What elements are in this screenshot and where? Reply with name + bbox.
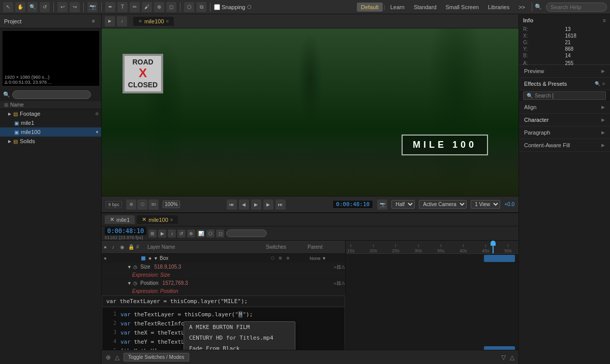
- timeline-tab-mile1[interactable]: ✕ mile1: [105, 215, 135, 224]
- comp-timecode[interactable]: 0:00:48:10: [332, 200, 373, 209]
- go-end-icon[interactable]: ⏭: [276, 200, 286, 210]
- panel-character[interactable]: Character ▶: [519, 114, 610, 126]
- bpc-display: 8 bpc: [106, 201, 122, 208]
- search-help-input[interactable]: [546, 3, 607, 12]
- track-expr-4: [346, 327, 518, 336]
- comp-tab-mile100[interactable]: ✕ mile100 ≡: [133, 17, 174, 26]
- play-icon[interactable]: ▶: [251, 200, 261, 210]
- bottom-collapse-icon[interactable]: ▽: [501, 354, 506, 361]
- workspace-learn[interactable]: Learn: [386, 3, 409, 12]
- zoom-select[interactable]: 100%: [163, 201, 180, 208]
- bottom-add-layer-icon[interactable]: ⊕: [106, 354, 111, 361]
- dupe-tool[interactable]: ⧉: [196, 2, 206, 12]
- project-item-mile1[interactable]: ▣ mile1: [0, 118, 101, 127]
- expr-linenum-2: 2: [106, 320, 116, 326]
- comp-ctrl-3d-icon[interactable]: 3D: [148, 200, 159, 210]
- layer-row-box[interactable]: ● ★ ▼ Box ⬡ ⊞ ⊕ Non: [102, 254, 345, 263]
- snapping-checkbox[interactable]: [214, 4, 220, 10]
- workspace-standard[interactable]: Standard: [410, 3, 441, 12]
- ac-item-mike-burton[interactable]: A MIKE BURTON FILM: [184, 322, 295, 333]
- comp-ctrl-reset-icon[interactable]: ⊞: [126, 200, 136, 210]
- footage-options-icon[interactable]: ⊕: [95, 111, 99, 116]
- arrow-tool[interactable]: ↖: [3, 2, 13, 12]
- tl-search-input[interactable]: [226, 229, 267, 237]
- layer-box-expand[interactable]: ▼: [154, 256, 159, 261]
- quality-select[interactable]: Half: [391, 200, 415, 209]
- panel-effects-presets[interactable]: Effects & Presets 🔍 ≡: [519, 78, 610, 90]
- view-count-select[interactable]: 1 View: [471, 200, 500, 209]
- road-sign-x-icon: X: [127, 66, 159, 81]
- layer-box-sw2[interactable]: ⊞: [277, 255, 284, 262]
- tl-tab-mile100-menu[interactable]: ≡: [170, 217, 173, 222]
- ac-item-fade[interactable]: Fade From Black: [184, 343, 295, 350]
- brush-tool[interactable]: 🖌: [142, 2, 152, 12]
- tl-mask-icon[interactable]: ◻: [216, 229, 224, 238]
- tl-graph-icon[interactable]: 📊: [197, 229, 205, 238]
- tl-tab-mile1-close[interactable]: ✕: [110, 216, 114, 223]
- tl-preview-icon[interactable]: ▶: [158, 229, 166, 238]
- comp-preview-icon[interactable]: ▶: [105, 16, 115, 26]
- redo-tool[interactable]: ↪: [70, 2, 80, 12]
- pen-tool[interactable]: ✒: [105, 2, 115, 12]
- snapshot-icon[interactable]: 📷: [377, 200, 387, 210]
- pos-link-icon[interactable]: ⛓: [337, 281, 341, 286]
- layer-box-sw3[interactable]: ⊕: [284, 255, 291, 262]
- toggle-switches-button[interactable]: Toggle Switches / Modes: [124, 353, 189, 361]
- rotate-tool[interactable]: ↺: [40, 2, 50, 12]
- hand-tool[interactable]: ✋: [15, 2, 25, 12]
- eraser-tool[interactable]: ◻: [166, 2, 176, 12]
- bottom-expand-icon[interactable]: △: [115, 354, 119, 361]
- prev-frame-icon[interactable]: ◀: [239, 200, 249, 210]
- size-link-icon[interactable]: ⛓: [337, 264, 341, 270]
- project-item-mile100[interactable]: ▣ mile100 ▼: [0, 127, 101, 137]
- tl-tracks[interactable]: [346, 254, 518, 350]
- info-menu-icon[interactable]: ≡: [603, 17, 606, 23]
- project-search-input[interactable]: [12, 90, 91, 99]
- zoom-tool[interactable]: 🔍: [27, 2, 38, 12]
- tl-motion-icon[interactable]: ⬡: [206, 229, 215, 238]
- layer-box-vis[interactable]: ●: [102, 255, 109, 261]
- camera-view-select[interactable]: Active Camera: [419, 200, 467, 209]
- layer-box-sw1[interactable]: ⬡: [269, 255, 276, 262]
- text-tool[interactable]: T: [117, 2, 128, 12]
- workspace-small-screen[interactable]: Small Screen: [442, 3, 483, 12]
- timeline-tab-mile100[interactable]: ✕ mile100 ≡: [137, 215, 178, 224]
- comp-viewer[interactable]: ROAD X CLOSED MILE 100: [102, 28, 518, 196]
- ac-item-century[interactable]: CENTURY HD for Titles.mp4: [184, 333, 295, 343]
- tl-loop-icon[interactable]: ↺: [177, 229, 186, 238]
- panel-paragraph[interactable]: Paragraph ▶: [519, 126, 610, 139]
- tl-render-icon[interactable]: ⊞: [148, 229, 157, 238]
- tl-audio-icon[interactable]: ♪: [168, 229, 176, 238]
- layer-box-parent[interactable]: None ▼: [310, 256, 345, 261]
- project-menu-icon[interactable]: ≡: [90, 18, 97, 25]
- panel-align[interactable]: Align ▶: [519, 101, 610, 114]
- project-item-footage[interactable]: ▶ ▤ Footage ⊕: [0, 109, 101, 118]
- comp-ctrl-fit-icon[interactable]: ⬡: [137, 200, 147, 210]
- comp-audio-icon[interactable]: ♪: [117, 16, 127, 26]
- expr-content[interactable]: 1 var theTextLayer = thisComp.layer("M")…: [102, 307, 345, 350]
- tl-draft-icon[interactable]: ⊕: [187, 229, 195, 238]
- pencil-tool[interactable]: ✏: [130, 2, 140, 12]
- panel-preview[interactable]: Preview ▶: [519, 65, 610, 78]
- tl-tab-mile100-close[interactable]: ✕: [142, 216, 146, 223]
- go-start-icon[interactable]: ⏮: [227, 200, 237, 210]
- comp-tab-close-icon[interactable]: ✕: [138, 19, 142, 24]
- project-item-solids[interactable]: ▶ ▤ Solids: [0, 137, 101, 146]
- panel-effects-menu[interactable]: ≡: [602, 81, 605, 86]
- workspace-default[interactable]: Default: [357, 3, 383, 12]
- panel-content-aware[interactable]: Content-Aware Fill ▶: [519, 139, 610, 152]
- effects-search-container[interactable]: 🔍 Search [: [523, 91, 606, 100]
- camera-tool[interactable]: 📷: [87, 2, 98, 12]
- sub-row-position[interactable]: ▼ ◷ Position 1572,769.3 = ⛓ ⚠: [102, 279, 345, 287]
- workspace-libraries[interactable]: Libraries: [484, 3, 513, 12]
- next-frame-icon[interactable]: ▶: [263, 200, 273, 210]
- effects-search-icon[interactable]: 🔍: [595, 81, 600, 86]
- stamp-tool[interactable]: ⊕: [154, 2, 164, 12]
- roto-tool[interactable]: ⬡: [184, 2, 194, 12]
- comp-tab-menu-icon[interactable]: ≡: [166, 19, 169, 24]
- workspace-more[interactable]: >>: [514, 3, 529, 12]
- bottom-expand2-icon[interactable]: △: [510, 354, 514, 361]
- sub-row-size[interactable]: ▼ ◷ Size 518.9,105.3 = ⛓ ⚠: [102, 263, 345, 271]
- undo-tool[interactable]: ↩: [57, 2, 68, 12]
- tl-timecode-display[interactable]: 0:00:48:10: [105, 227, 146, 235]
